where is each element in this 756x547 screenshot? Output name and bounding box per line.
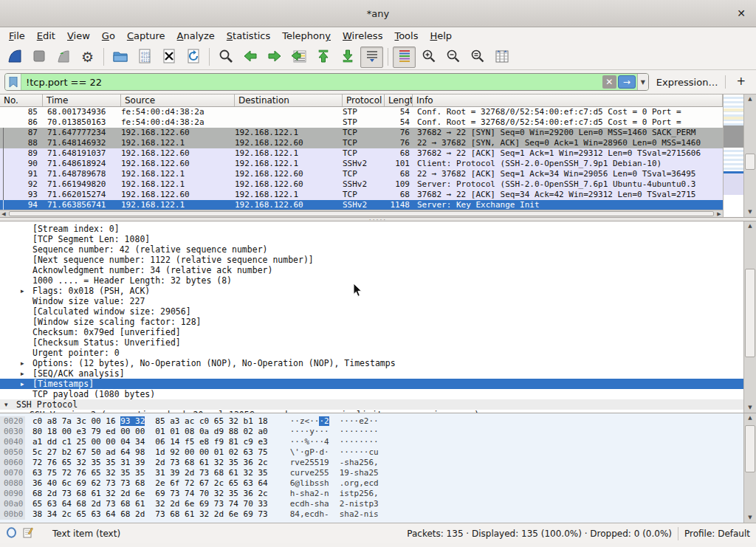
vscroll-up-icon[interactable]: ▲ bbox=[744, 94, 756, 104]
detail-line[interactable]: ▸Flags: 0x018 (PSH, ACK) bbox=[0, 286, 743, 296]
column-header-no[interactable]: No. bbox=[0, 94, 43, 106]
intelligent-scrollbar-minimap[interactable] bbox=[723, 94, 743, 217]
stop-capture-button[interactable] bbox=[27, 47, 50, 68]
detail-line[interactable]: Sequence number: 42 (relative sequence n… bbox=[0, 244, 743, 255]
vscroll-down-icon[interactable]: ▼ bbox=[744, 207, 756, 217]
filter-dropdown-icon[interactable]: ▼ bbox=[637, 74, 648, 90]
hex-vscrollbar[interactable]: ▲ ▼ bbox=[743, 413, 756, 523]
hscroll-right-icon[interactable]: ▶ bbox=[715, 210, 723, 218]
expert-info-icon[interactable] bbox=[6, 527, 17, 540]
expanded-arrow-icon[interactable]: ▾ bbox=[4, 399, 8, 410]
open-file-button[interactable] bbox=[109, 47, 131, 68]
menu-statistics[interactable]: Statistics bbox=[221, 29, 276, 43]
detail-line[interactable]: Window size value: 227 bbox=[0, 296, 743, 306]
hex-row[interactable]: 0040a1 dd c1 25 00 00 04 3406 14 f5 e8 f… bbox=[0, 437, 743, 447]
menu-analyze[interactable]: Analyze bbox=[171, 29, 221, 43]
zoom-out-button[interactable] bbox=[441, 47, 464, 68]
go-forward-button[interactable] bbox=[263, 47, 286, 68]
detail-line[interactable]: [Next sequence number: 1122 (relative se… bbox=[0, 255, 743, 265]
expression-button[interactable]: Expression… bbox=[653, 77, 721, 88]
packet-row-89[interactable]: 8971.648191037192.168.122.60192.168.122.… bbox=[0, 148, 723, 159]
vscroll-down-icon[interactable]: ▼ bbox=[744, 403, 756, 413]
menu-edit[interactable]: Edit bbox=[31, 29, 61, 43]
detail-line[interactable]: ▸[Timestamps] bbox=[0, 379, 743, 389]
detail-vscrollbar[interactable]: ▲ ▼ bbox=[743, 221, 756, 413]
column-header-length[interactable]: Length bbox=[385, 94, 413, 106]
filter-apply-icon[interactable]: → bbox=[618, 75, 636, 89]
menu-go[interactable]: Go bbox=[96, 29, 121, 43]
capture-options-button[interactable]: ⚙ bbox=[76, 47, 99, 68]
collapsed-arrow-icon[interactable]: ▸ bbox=[18, 410, 21, 413]
zoom-reset-button[interactable] bbox=[466, 47, 489, 68]
capture-comment-icon[interactable] bbox=[23, 527, 33, 540]
menu-capture[interactable]: Capture bbox=[121, 29, 171, 43]
detail-line[interactable]: ▾SSH Protocol bbox=[0, 399, 743, 410]
hscroll-track[interactable] bbox=[7, 210, 715, 217]
collapsed-arrow-icon[interactable]: ▸ bbox=[21, 368, 24, 379]
collapsed-arrow-icon[interactable]: ▸ bbox=[21, 358, 24, 368]
detail-line[interactable]: Checksum: 0x79ed [unverified] bbox=[0, 327, 743, 337]
detail-line[interactable]: [Checksum Status: Unverified] bbox=[0, 337, 743, 348]
go-to-packet-button[interactable] bbox=[287, 47, 310, 68]
detail-line[interactable]: ▸Options: (12 bytes), No-Operation (NOP)… bbox=[0, 358, 743, 368]
go-last-button[interactable] bbox=[336, 47, 359, 68]
vscroll-thumb[interactable] bbox=[745, 154, 755, 170]
go-first-button[interactable] bbox=[312, 47, 334, 68]
menu-view[interactable]: View bbox=[61, 29, 96, 43]
hex-row[interactable]: 00505c 27 b2 67 50 ad 64 981d 92 00 00 0… bbox=[0, 447, 743, 458]
filter-clear-icon[interactable]: ✕ bbox=[602, 75, 616, 89]
detail-line[interactable]: [Calculated window size: 29056] bbox=[0, 306, 743, 317]
vscroll-down-icon[interactable]: ▼ bbox=[744, 513, 756, 523]
close-window-button[interactable]: ✕ bbox=[734, 6, 749, 21]
save-file-button[interactable]: 010101100111 bbox=[133, 47, 156, 68]
hex-row[interactable]: 006072 76 65 32 35 35 31 392d 73 68 61 3… bbox=[0, 458, 743, 468]
menu-telephony[interactable]: Telephony bbox=[276, 29, 337, 43]
resize-columns-button[interactable] bbox=[490, 47, 513, 68]
packet-row-90[interactable]: 9071.648618924192.168.122.60192.168.122.… bbox=[0, 159, 723, 169]
menu-help[interactable]: Help bbox=[424, 29, 458, 43]
vscroll-thumb[interactable] bbox=[745, 425, 755, 472]
packet-row-86[interactable]: 8670.013850163fe:54:00:d4:38:2aSTP54Conf… bbox=[0, 117, 723, 128]
hex-row[interactable]: 00b038 34 2c 65 63 64 68 2d73 68 61 32 2… bbox=[0, 509, 743, 520]
detail-line[interactable]: Urgent pointer: 0 bbox=[0, 348, 743, 358]
colorize-button[interactable] bbox=[393, 47, 416, 68]
vscroll-up-icon[interactable]: ▲ bbox=[744, 221, 756, 231]
detail-line[interactable]: ▸SSH Version 2 (encryption:chacha20-poly… bbox=[0, 410, 743, 413]
detail-line[interactable]: ▸[SEQ/ACK analysis] bbox=[0, 368, 743, 379]
packet-row-93[interactable]: 9371.662015274192.168.122.60192.168.122.… bbox=[0, 190, 723, 200]
column-header-protocol[interactable]: Protocol bbox=[343, 94, 385, 106]
collapsed-arrow-icon[interactable]: ▸ bbox=[21, 286, 24, 296]
packet-row-85[interactable]: 8568.001734936fe:54:00:d4:38:2aSTP54Conf… bbox=[0, 107, 723, 117]
display-filter-field[interactable]: !tcp.port == 22 ✕ → ▼ bbox=[4, 73, 649, 91]
start-capture-button[interactable] bbox=[3, 47, 26, 68]
hex-row[interactable]: 0020c0 a8 7a 3c 00 16 93 3285 a3 ac c0 6… bbox=[0, 416, 743, 427]
restart-capture-button[interactable] bbox=[52, 47, 75, 68]
detail-line[interactable]: 1000 .... = Header Length: 32 bytes (8) bbox=[0, 275, 743, 286]
hex-row[interactable]: 007063 75 72 76 65 32 35 3531 39 2d 73 6… bbox=[0, 468, 743, 478]
detail-line[interactable]: [Window size scaling factor: 128] bbox=[0, 317, 743, 327]
packet-list-hscrollbar[interactable]: ◀ ▶ bbox=[0, 210, 723, 217]
packet-row-94[interactable]: 9471.663856741192.168.122.1192.168.122.6… bbox=[0, 200, 723, 210]
display-filter-input[interactable]: !tcp.port == 22 bbox=[21, 77, 602, 88]
column-header-destination[interactable]: Destination bbox=[235, 94, 343, 106]
vscroll-thumb[interactable] bbox=[745, 269, 755, 357]
column-header-source[interactable]: Source bbox=[121, 94, 235, 106]
go-back-button[interactable] bbox=[238, 47, 261, 68]
column-header-time[interactable]: Time bbox=[43, 94, 121, 106]
menu-wireless[interactable]: Wireless bbox=[337, 29, 388, 43]
reload-file-button[interactable] bbox=[182, 47, 205, 68]
packet-row-87[interactable]: 8771.647777234192.168.122.60192.168.122.… bbox=[0, 128, 723, 138]
hex-row[interactable]: 009068 2d 73 68 61 32 2d 6e69 73 74 70 3… bbox=[0, 489, 743, 499]
detail-line[interactable]: Acknowledgment number: 34 (relative ack … bbox=[0, 265, 743, 275]
filter-bookmark-icon[interactable] bbox=[5, 74, 21, 90]
status-profile[interactable]: Profile: Default bbox=[684, 529, 750, 539]
packet-row-88[interactable]: 8871.648146932192.168.122.1192.168.122.6… bbox=[0, 138, 723, 148]
detail-line[interactable]: [TCP Segment Len: 1080] bbox=[0, 234, 743, 244]
menu-tools[interactable]: Tools bbox=[388, 29, 424, 43]
packet-list-vscrollbar[interactable]: ▲ ▼ bbox=[743, 94, 756, 217]
close-file-button[interactable] bbox=[157, 47, 180, 68]
auto-scroll-button[interactable] bbox=[360, 47, 383, 68]
hex-row[interactable]: 008036 40 6c 69 62 73 73 682e 6f 72 67 2… bbox=[0, 478, 743, 489]
hscroll-thumb[interactable] bbox=[9, 211, 714, 216]
collapsed-arrow-icon[interactable]: ▸ bbox=[21, 379, 24, 389]
